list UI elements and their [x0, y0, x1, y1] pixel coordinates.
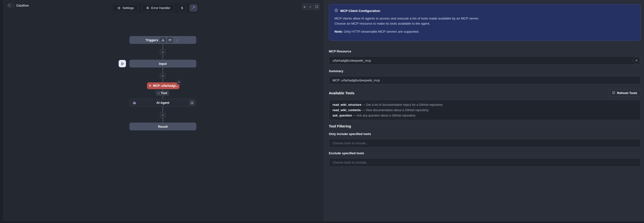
error-handler-label: Error Handler: [151, 6, 170, 10]
add-tool-label: Tool: [161, 91, 167, 95]
summary-input[interactable]: [329, 76, 640, 84]
tool-description: View documentation about a GitHub reposi…: [366, 108, 428, 112]
tool-row: ask_question — Ask any question about a …: [332, 113, 637, 118]
include-tools-input[interactable]: [329, 139, 640, 147]
toggle-knob: [8, 4, 11, 7]
available-tools-list: read_wiki_structure — Get a list of docu…: [329, 100, 640, 120]
zoom-out-button[interactable]: −: [309, 5, 312, 8]
flow-title: Dataflow: [16, 4, 29, 7]
canvas-zoom-controls: + −: [302, 3, 320, 10]
webhook-trigger-chip[interactable]: [160, 37, 166, 43]
collapsed-sidebar-strip: [0, 0, 3, 223]
ai-agent-label: AI Agent: [156, 101, 170, 105]
tool-separator: —: [353, 114, 356, 117]
available-tools-heading: Available Tools: [329, 91, 354, 95]
triggers-node-label: Triggers: [146, 38, 158, 42]
triggers-node[interactable]: Triggers +: [130, 36, 196, 44]
info-icon: [334, 8, 338, 13]
mcp-resource-label: MCP Resource: [329, 49, 640, 53]
tool-name: ask_question: [332, 114, 352, 117]
play-icon: [120, 62, 124, 66]
canvas-toolbar: ⚙ Settings Error Handler $: [112, 3, 198, 13]
add-step-button-3[interactable]: +: [160, 112, 166, 118]
tool-description: Ask any question about a GitHub reposito…: [357, 114, 416, 117]
email-trigger-chip[interactable]: [167, 37, 173, 43]
error-handler-button[interactable]: Error Handler: [142, 4, 175, 12]
tool-name: read_wiki_structure: [332, 103, 361, 106]
trigger-type-chips: +: [160, 37, 180, 43]
exclude-tools-input[interactable]: [329, 158, 640, 167]
flow-enabled-toggle[interactable]: [7, 3, 14, 7]
mcp-info-callout: MCP Client Configuration MCP clients all…: [329, 4, 640, 41]
gear-icon: ⚙: [118, 6, 120, 10]
tool-description: Get a list of documentation topics for a…: [366, 103, 443, 106]
tool-filtering-heading: Tool Filtering: [329, 124, 640, 128]
result-node[interactable]: Result: [130, 123, 196, 130]
tool-row: read_wiki_contents — View documentation …: [332, 107, 637, 113]
note-label: Note:: [334, 30, 343, 33]
input-node-label: Input: [159, 62, 167, 66]
settings-button[interactable]: ⚙ Settings: [113, 4, 138, 12]
exclude-tools-label: Exclude specified tools: [329, 151, 640, 155]
add-tool-button[interactable]: + Tool: [156, 90, 170, 96]
mcp-config-panel: MCP Client Configuration MCP clients all…: [324, 0, 644, 223]
tool-name: read_wiki_contents: [332, 108, 361, 112]
magic-wand-icon: [192, 6, 195, 10]
plus-icon: +: [158, 91, 160, 95]
info-callout-title: MCP Client Configuration: [340, 9, 380, 13]
ai-agent-node[interactable]: AI Agent a: [130, 99, 196, 106]
info-callout-line2: Choose an MCP resource to make its tools…: [334, 21, 635, 26]
refresh-icon: [612, 91, 615, 95]
add-step-button-1[interactable]: +: [160, 49, 166, 55]
ai-agent-badge: a: [190, 100, 194, 105]
bottom-edge-strip: [0, 221, 644, 223]
clear-mcp-resource-button[interactable]: ✕: [633, 57, 640, 64]
flow-builder-app: Dataflow ⚙ Settings Error Handler $: [0, 0, 644, 223]
mcp-resource-input[interactable]: [329, 56, 640, 65]
plug-icon: [148, 84, 152, 87]
summary-label: Summary: [329, 69, 640, 73]
tool-separator: —: [362, 108, 365, 112]
zoom-in-button[interactable]: +: [304, 5, 306, 8]
variables-button[interactable]: $: [178, 4, 186, 12]
info-callout-note: Note: Only HTTP streamable MCP servers a…: [334, 30, 635, 33]
add-trigger-button[interactable]: +: [174, 37, 180, 43]
refresh-tools-button[interactable]: Refresh Tools: [608, 89, 640, 97]
robot-icon: [132, 101, 136, 106]
fit-view-button[interactable]: [315, 5, 318, 8]
include-tools-label: Only include specified tools: [329, 132, 640, 136]
mcp-tool-label: MCP: u/farhadgl...: [153, 84, 178, 87]
refresh-tools-label: Refresh Tools: [617, 91, 637, 95]
result-node-label: Result: [158, 125, 168, 128]
bug-icon: [146, 6, 150, 10]
note-text: Only HTTP streamable MCP servers are sup…: [343, 30, 420, 33]
ai-assistant-button[interactable]: [190, 4, 198, 12]
info-callout-line1: MCP clients allow AI agents to access an…: [334, 16, 635, 21]
tool-separator: —: [362, 103, 366, 106]
dollar-label: $: [181, 6, 183, 10]
run-flow-button[interactable]: [119, 60, 126, 67]
tool-row: read_wiki_structure — Get a list of docu…: [332, 102, 637, 107]
mcp-tool-node[interactable]: MCP: u/farhadgl...: [147, 82, 180, 89]
settings-label: Settings: [122, 6, 134, 10]
remove-mcp-tool-button[interactable]: ✕: [176, 80, 181, 85]
add-step-button-2[interactable]: +: [160, 73, 166, 78]
input-node[interactable]: Input: [130, 60, 196, 67]
